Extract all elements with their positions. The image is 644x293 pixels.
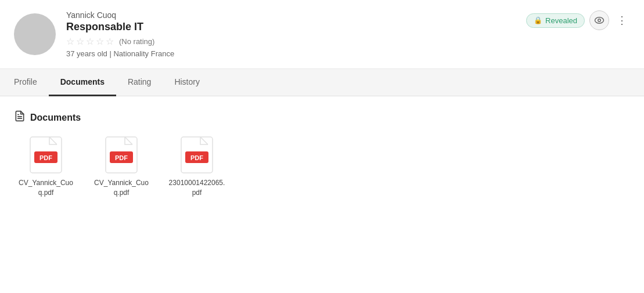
star-1: ☆ [66, 36, 74, 47]
section-title-text: Documents [30, 113, 81, 123]
revealed-badge[interactable]: 🔒 Revealed [526, 13, 585, 28]
star-5: ☆ [106, 36, 114, 47]
candidate-header: Yannick Cuoq Responsable IT ☆ ☆ ☆ ☆ ☆ (N… [0, 0, 644, 69]
document-name: 23010001422065.pdf [169, 178, 225, 198]
star-4: ☆ [96, 36, 104, 47]
star-3: ☆ [86, 36, 94, 47]
rating-stars: ☆ ☆ ☆ ☆ ☆ (No rating) [66, 36, 630, 47]
eye-button[interactable] [589, 10, 609, 30]
document-name: CV_Yannick_Cuoq.pdf [19, 178, 73, 198]
tab-profile[interactable]: Profile [14, 69, 49, 96]
more-options-button[interactable]: ⋮ [614, 12, 630, 28]
tab-rating[interactable]: Rating [116, 69, 163, 96]
svg-text:PDF: PDF [39, 154, 52, 161]
tab-bar: Profile Documents Rating History [0, 69, 644, 96]
revealed-label: Revealed [545, 16, 577, 25]
svg-point-1 [598, 19, 601, 22]
eye-icon [594, 15, 605, 26]
svg-point-0 [595, 17, 604, 24]
header-actions: 🔒 Revealed ⋮ [526, 10, 630, 30]
document-item[interactable]: PDF CV_Yannick_Cuoq.pdf [89, 136, 153, 198]
avatar [14, 13, 56, 55]
section-header: Documents [14, 110, 630, 125]
lock-icon: 🔒 [534, 16, 542, 24]
pdf-icon: PDF [181, 136, 213, 173]
document-name: CV_Yannick_Cuoq.pdf [94, 178, 149, 198]
pdf-icon: PDF [30, 136, 62, 173]
svg-text:PDF: PDF [190, 154, 203, 161]
tab-history[interactable]: History [163, 69, 211, 96]
documents-icon [14, 110, 26, 125]
documents-grid: PDF CV_Yannick_Cuoq.pdf PDF CV_Yannick_C… [14, 136, 630, 198]
candidate-meta: 37 years old | Nationality France [66, 49, 630, 58]
star-2: ☆ [76, 36, 84, 47]
svg-text:PDF: PDF [115, 154, 128, 161]
document-item[interactable]: PDF 23010001422065.pdf [165, 136, 229, 198]
rating-text: (No rating) [119, 37, 154, 46]
documents-content: Documents PDF CV_Yannick_Cuoq.pdf [0, 96, 644, 212]
pdf-icon: PDF [105, 136, 138, 173]
document-item[interactable]: PDF CV_Yannick_Cuoq.pdf [14, 136, 78, 198]
tab-documents[interactable]: Documents [49, 69, 116, 96]
